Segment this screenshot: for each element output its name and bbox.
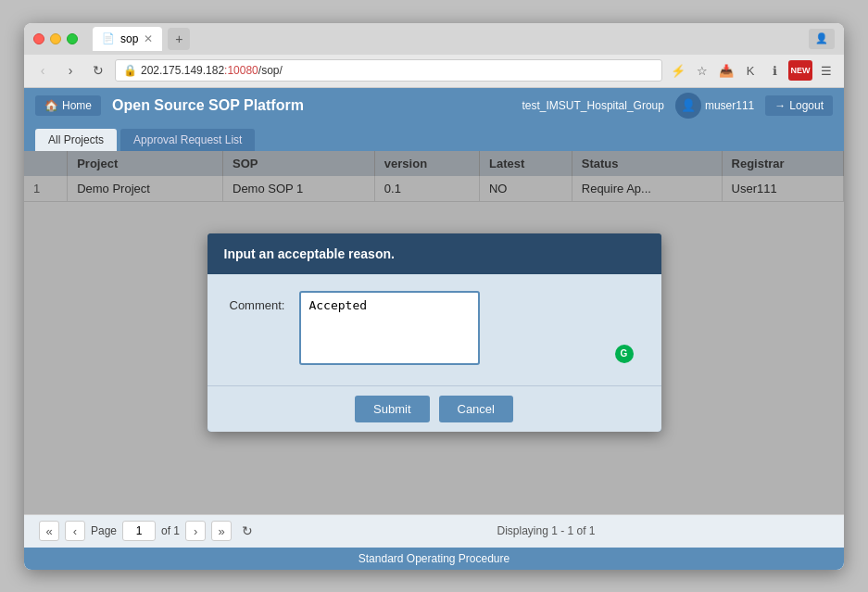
textarea-wrapper: G [299,291,638,369]
app-footer: Standard Operating Procedure [24,548,844,570]
maximize-button[interactable] [67,33,78,44]
nav-bar: ‹ › ↻ 🔒 202.175.149.182:10080/sop/ ⚡ ☆ 📥… [24,55,844,88]
modal-body: Comment: G [208,274,661,385]
bookmark-icon[interactable]: ☆ [692,60,712,81]
info-icon[interactable]: ℹ [764,60,785,81]
avatar: 👤 [675,93,701,119]
submit-button[interactable]: Submit [355,396,429,422]
window-user-icon[interactable]: 👤 [809,29,835,49]
browser-tab[interactable]: 📄 sop ✕ [93,27,162,51]
page-label: Page [91,524,117,537]
of-label: of 1 [161,524,180,537]
cancel-button[interactable]: Cancel [439,396,513,422]
nav-icons-right: ⚡ ☆ 📥 K ℹ NEW ☰ [668,60,837,81]
table-area: Project SOP version Latest Status Regist… [24,151,844,514]
home-button[interactable]: 🏠 Home [35,95,101,116]
home-icon: 🏠 [44,99,58,112]
vscode-icon[interactable]: ⚡ [668,60,688,81]
title-bar: 📄 sop ✕ + 👤 [24,23,844,55]
app-content: 🏠 Home Open Source SOP Platform test_IMS… [24,88,844,570]
modal-dialog: Input an acceptable reason. Comment: G S… [208,233,661,432]
tab-close-icon[interactable]: ✕ [144,32,153,45]
menu-icon[interactable]: ☰ [816,60,837,81]
prev-page-button[interactable]: ‹ [65,521,85,541]
logout-icon: → [774,99,786,112]
tab-title: sop [120,32,138,45]
comment-input[interactable] [299,291,480,365]
pagination-info: Displaying 1 - 1 of 1 [263,524,829,537]
app-header: 🏠 Home Open Source SOP Platform test_IMS… [24,88,844,123]
minimize-button[interactable] [50,33,61,44]
tab-page-icon: 📄 [102,32,115,44]
close-button[interactable] [33,33,44,44]
next-page-button[interactable]: › [185,521,206,541]
modal-overlay: Input an acceptable reason. Comment: G S… [24,151,844,514]
first-page-button[interactable]: « [39,521,59,541]
back-button[interactable]: ‹ [31,59,54,82]
kaspersky-icon[interactable]: K [740,60,761,81]
logout-button[interactable]: → Logout [765,95,833,116]
new-tab-button[interactable]: + [168,28,190,50]
grammarly-icon: G [615,345,634,363]
app-tabs: All Projects Approval Request List [24,123,844,151]
page-input[interactable] [122,521,156,541]
refresh-button[interactable]: ↻ [87,59,109,82]
download-icon[interactable]: 📥 [716,60,736,81]
modal-footer: Submit Cancel [208,385,661,432]
new-feature-icon[interactable]: NEW [788,60,812,81]
pagination-bar: « ‹ Page of 1 › » ↻ Displaying 1 - 1 of … [24,514,844,548]
tab-approval-request-list[interactable]: Approval Request List [120,129,255,151]
window-controls: 👤 [809,29,835,49]
last-page-button[interactable]: » [211,521,232,541]
forward-button[interactable]: › [59,59,82,82]
user-info: test_IMSUT_Hospital_Group 👤 muser111 → L… [522,93,833,119]
traffic-lights [33,33,78,44]
comment-label: Comment: [230,291,285,312]
username-display: 👤 muser111 [675,93,754,119]
modal-header: Input an acceptable reason. [208,233,661,274]
tab-all-projects[interactable]: All Projects [35,129,117,151]
app-title: Open Source SOP Platform [112,97,511,114]
user-group: test_IMSUT_Hospital_Group [522,99,664,112]
address-text: 202.175.149.182:10080/sop/ [141,64,654,77]
address-bar[interactable]: 🔒 202.175.149.182:10080/sop/ [115,59,662,82]
address-lock-icon: 🔒 [123,64,137,77]
tab-area: 📄 sop ✕ + [85,27,801,51]
page-refresh-button[interactable]: ↻ [237,521,258,541]
